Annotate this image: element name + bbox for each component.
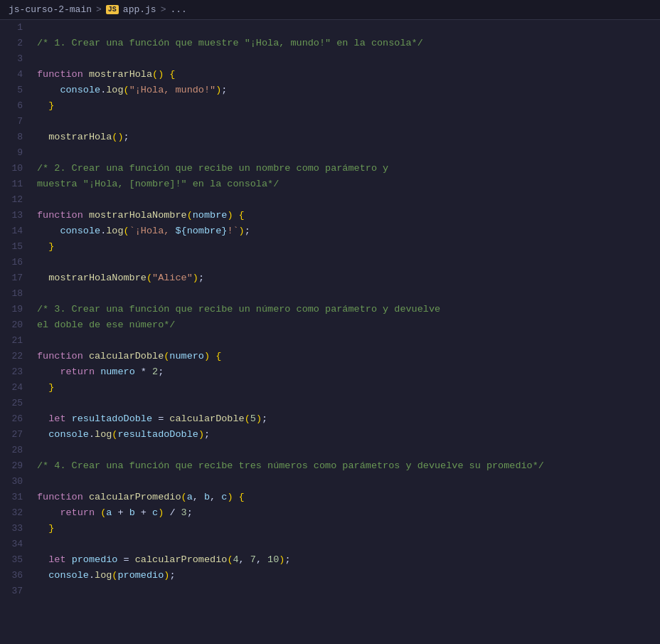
code-line: 16 [0,255,660,270]
line-content[interactable] [34,20,660,36]
token-comment: /* 2. Crear una función que recibe un no… [37,163,388,174]
line-number: 1 [0,20,34,36]
line-content[interactable]: let resultadoDoble = calcularDoble(5); [34,411,660,427]
token-plain [37,85,60,95]
line-content[interactable] [34,396,660,411]
breadcrumb-file[interactable]: app.js [123,4,156,15]
token-return: return [60,366,95,377]
line-content[interactable]: function mostrarHola() { [34,67,660,83]
line-content[interactable]: el doble de ese número*/ [34,317,660,333]
line-content[interactable]: /* 4. Crear una función que recibe tres … [34,458,660,474]
line-number: 9 [0,145,34,161]
token-keyword: function [37,210,83,221]
line-content[interactable]: console.log(promedio); [34,568,660,584]
token-brace: { [239,210,245,221]
line-content[interactable]: return (a + b + c) / 3; [34,505,660,521]
line-content[interactable]: muestra "¡Hola, [nombre]!" en la consola… [34,176,660,192]
token-plain [83,351,89,361]
line-content[interactable]: } [34,521,660,537]
token-plain: ; [158,366,164,377]
line-content[interactable] [34,114,660,130]
line-number: 26 [0,411,34,427]
token-plain: / [164,507,181,518]
line-content[interactable] [34,474,660,490]
token-paren: () [152,69,164,80]
line-content[interactable] [34,192,660,208]
code-line: 28 [0,443,660,458]
line-content[interactable]: let promedio = calcularPromedio(4, 7, 10… [34,552,660,568]
token-fname: calcularPromedio [89,492,181,502]
breadcrumb-folder[interactable]: js-curso-2-main [9,4,92,15]
line-content[interactable]: mostrarHolaNombre("Alice"); [34,270,660,286]
token-paren: ( [124,85,129,95]
line-content[interactable]: function calcularDoble(numero) { [34,349,660,364]
token-paren: ) [193,273,198,283]
code-line: 37 [0,584,660,599]
line-content[interactable]: function mostrarHolaNombre(nombre) { [34,208,660,223]
line-number: 21 [0,333,34,349]
token-number: 10 [267,554,279,565]
code-line: 29/* 4. Crear una función que recibe tre… [0,458,660,474]
line-number: 3 [0,51,34,67]
line-content[interactable] [34,145,660,161]
line-content[interactable]: mostrarHola(); [34,130,660,145]
token-comment: /* 3. Crear una función que recibe un nú… [37,304,440,315]
line-content[interactable]: /* 2. Crear una función que recibe un no… [34,161,660,176]
token-paren: () [112,132,123,142]
token-plain: , [239,554,250,565]
code-line: 7 [0,114,660,130]
token-paren: ) [204,351,210,361]
line-number: 23 [0,364,34,380]
token-plain [233,492,239,502]
code-line: 31function calcularPromedio(a, b, c) { [0,490,660,505]
line-number: 19 [0,302,34,317]
code-line: 17 mostrarHolaNombre("Alice"); [0,270,660,286]
code-line: 30 [0,474,660,490]
code-line: 32 return (a + b + c) / 3; [0,505,660,521]
breadcrumb-ellipsis: ... [170,4,186,15]
token-plain [37,523,48,534]
line-content[interactable] [34,333,660,349]
line-content[interactable]: console.log(resultadoDoble); [34,427,660,443]
line-number: 20 [0,317,34,333]
token-console: console [60,226,100,236]
line-number: 17 [0,270,34,286]
token-comment: el doble de ese número*/ [37,320,175,330]
line-content[interactable]: /* 3. Crear una función que recibe un nú… [34,302,660,317]
line-content[interactable]: } [34,98,660,114]
line-number: 22 [0,349,34,364]
token-var: resultadoDoble [117,429,198,440]
token-fname: mostrarHolaNombre [89,210,187,221]
token-plain [37,382,48,393]
line-number: 14 [0,223,34,239]
line-number: 7 [0,114,34,130]
line-content[interactable] [34,584,660,599]
code-line: 1 [0,20,660,36]
line-content[interactable] [34,51,660,67]
line-content[interactable]: } [34,239,660,255]
token-comment: muestra "¡Hola, [nombre]!" en la consola… [37,179,279,189]
line-content[interactable]: /* 1. Crear una función que muestre "¡Ho… [34,36,660,51]
token-dot: . [89,570,95,581]
token-number: 2 [152,366,158,377]
line-content[interactable] [34,537,660,552]
token-plain [95,366,100,377]
code-line: 4function mostrarHola() { [0,67,660,83]
token-plain [66,554,72,565]
code-line: 34 [0,537,660,552]
line-content[interactable]: function calcularPromedio(a, b, c) { [34,490,660,505]
code-line: 11muestra "¡Hola, [nombre]!" en la conso… [0,176,660,192]
token-paren: ( [187,210,193,221]
line-content[interactable]: console.log(`¡Hola, ${nombre}!`); [34,223,660,239]
line-number: 35 [0,552,34,568]
line-content[interactable] [34,286,660,302]
line-content[interactable]: } [34,380,660,396]
line-content[interactable] [34,255,660,270]
line-content[interactable]: return numero * 2; [34,364,660,380]
code-line: 33 } [0,521,660,537]
js-file-icon: JS [106,5,119,14]
line-content[interactable]: console.log("¡Hola, mundo!"); [34,83,660,98]
token-string: "Alice" [152,273,193,283]
line-content[interactable] [34,443,660,458]
code-line: 23 return numero * 2; [0,364,660,380]
